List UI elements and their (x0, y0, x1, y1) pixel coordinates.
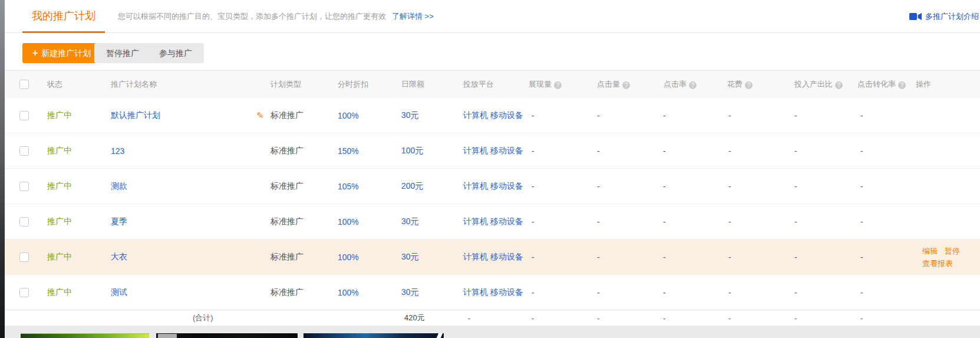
time-discount-link[interactable]: 100% (338, 111, 359, 120)
thumbnail-chip (158, 334, 177, 338)
action-link[interactable]: 编辑 (922, 247, 938, 255)
edit-name-pencil-icon[interactable]: ✎ (256, 110, 264, 121)
metric-clicks: - (597, 217, 600, 227)
daily-limit-link[interactable]: 100元 (401, 146, 423, 156)
metric-ctr: - (663, 252, 666, 262)
metric-ctr: - (663, 217, 666, 227)
taskbar-thumbnail-green[interactable] (21, 333, 149, 338)
platform-links[interactable]: 计算机 移动设备 (463, 181, 523, 192)
new-campaign-button[interactable]: +新建推广计划 (22, 43, 101, 63)
select-all-checkbox[interactable] (19, 80, 29, 89)
row-checkbox[interactable] (19, 182, 29, 191)
table-row: 推广中夏季标准推广100%30元计算机 移动设备------ (0, 204, 980, 239)
row-checkbox[interactable] (19, 217, 29, 227)
taskbar-thumbnail-blue[interactable] (303, 333, 444, 338)
summary-label: (合计) (193, 313, 213, 323)
metric-roi: - (794, 217, 797, 227)
plus-icon: + (32, 48, 38, 58)
metric-clicks: - (597, 111, 600, 120)
platform-links[interactable]: 计算机 移动设备 (463, 146, 523, 156)
row-checkbox[interactable] (19, 111, 29, 120)
metric-ctr: - (663, 111, 666, 120)
campaign-type: 标准推广 (270, 181, 303, 192)
time-discount-link[interactable]: 105% (338, 182, 359, 191)
metric-impressions: - (532, 182, 534, 191)
taskbar-thumbnail-dark[interactable] (156, 333, 298, 338)
platform-links[interactable]: 计算机 移动设备 (463, 110, 523, 121)
column-header-actions: 操作 (916, 79, 931, 90)
time-discount-link[interactable]: 100% (338, 288, 359, 297)
campaign-type: 标准推广 (270, 287, 303, 298)
table-row: 推广中大衣标准推广100%30元计算机 移动设备------编辑暂停查看报表 (0, 239, 980, 274)
campaign-name-link[interactable]: 大衣 (111, 252, 127, 262)
help-icon[interactable]: ? (554, 81, 562, 89)
metric-cost: - (728, 252, 731, 262)
daily-limit-link[interactable]: 200元 (401, 181, 423, 192)
campaign-status: 推广中 (47, 181, 72, 192)
multi-campaign-intro-link[interactable]: 多推广计划介绍 (909, 0, 979, 33)
metric-cost: - (728, 288, 731, 297)
metric-cost: - (728, 111, 731, 120)
join-campaign-button[interactable]: 参与推广 (147, 43, 204, 63)
tab-my-campaigns[interactable]: 我的推广计划 (22, 0, 105, 33)
column-header-roi: 投入产出比? (794, 79, 843, 90)
campaign-name-link[interactable]: 默认推广计划 (111, 110, 160, 121)
campaign-type: 标准推广 (270, 216, 303, 227)
column-header-cvr: 点击转化率? (857, 79, 906, 90)
help-icon[interactable]: ? (835, 81, 843, 89)
time-discount-link[interactable]: 100% (338, 217, 359, 227)
action-link[interactable]: 查看报表 (922, 259, 953, 268)
metric-cost: - (728, 182, 731, 191)
column-header-cost: 花费? (727, 79, 753, 90)
metric-ctr: - (663, 182, 666, 191)
metric-impressions: - (532, 288, 534, 297)
metric-roi: - (794, 182, 797, 191)
summary-platform: - (468, 314, 470, 323)
metric-impressions: - (532, 146, 534, 156)
metric-impressions: - (532, 252, 534, 262)
metric-impressions: - (532, 217, 534, 227)
summary-cost: - (728, 314, 731, 323)
time-discount-link[interactable]: 150% (338, 146, 359, 156)
metric-cvr: - (860, 217, 863, 227)
daily-limit-link[interactable]: 30元 (401, 287, 419, 298)
tab-description: 您可以根据不同的推广目的、宝贝类型，添加多个推广计划，让您的推广更有效 (118, 11, 386, 22)
time-discount-link[interactable]: 100% (338, 252, 359, 262)
metric-cvr: - (860, 252, 863, 262)
help-icon[interactable]: ? (898, 81, 906, 89)
campaign-name-link[interactable]: 测款 (111, 181, 127, 192)
platform-links[interactable]: 计算机 移动设备 (463, 216, 523, 227)
campaign-status: 推广中 (47, 216, 72, 227)
table-body: 推广中默认推广计划✎标准推广100%30元计算机 移动设备------推广中12… (0, 98, 980, 310)
platform-links[interactable]: 计算机 移动设备 (463, 252, 523, 262)
help-icon[interactable]: ? (689, 81, 697, 89)
learn-more-link[interactable]: 了解详情 >> (392, 11, 434, 22)
campaign-name-link[interactable]: 测试 (111, 287, 127, 298)
window-edge-strip (0, 0, 5, 338)
action-link[interactable]: 暂停 (945, 247, 960, 255)
column-header-limit: 日限额 (401, 79, 424, 90)
daily-limit-link[interactable]: 30元 (401, 252, 419, 262)
metric-cost: - (728, 217, 731, 227)
campaign-name-link[interactable]: 夏季 (111, 216, 127, 227)
tab-bar: 我的推广计划 您可以根据不同的推广目的、宝贝类型，添加多个推广计划，让您的推广更… (5, 0, 980, 33)
metric-cvr: - (860, 111, 863, 120)
pause-campaign-button[interactable]: 暂停推广 (94, 43, 151, 63)
video-camera-icon (909, 12, 922, 21)
row-checkbox[interactable] (19, 288, 29, 297)
metric-roi: - (794, 252, 797, 262)
tab-description-wrap: 您可以根据不同的推广目的、宝贝类型，添加多个推广计划，让您的推广更有效 了解详情… (118, 0, 434, 33)
help-icon[interactable]: ? (622, 81, 630, 89)
table-row: 推广中123标准推广150%100元计算机 移动设备------ (0, 133, 980, 168)
campaign-type: 标准推广 (270, 110, 303, 121)
campaign-name-link[interactable]: 123 (111, 146, 124, 156)
platform-links[interactable]: 计算机 移动设备 (463, 287, 523, 298)
row-checkbox[interactable] (19, 252, 29, 262)
campaign-type: 标准推广 (270, 146, 303, 156)
daily-limit-link[interactable]: 30元 (401, 110, 419, 121)
daily-limit-link[interactable]: 30元 (401, 216, 419, 227)
row-checkbox[interactable] (19, 146, 29, 156)
metric-impressions: - (532, 111, 534, 120)
row-actions: 编辑暂停查看报表 (922, 245, 960, 270)
help-icon[interactable]: ? (745, 81, 753, 89)
